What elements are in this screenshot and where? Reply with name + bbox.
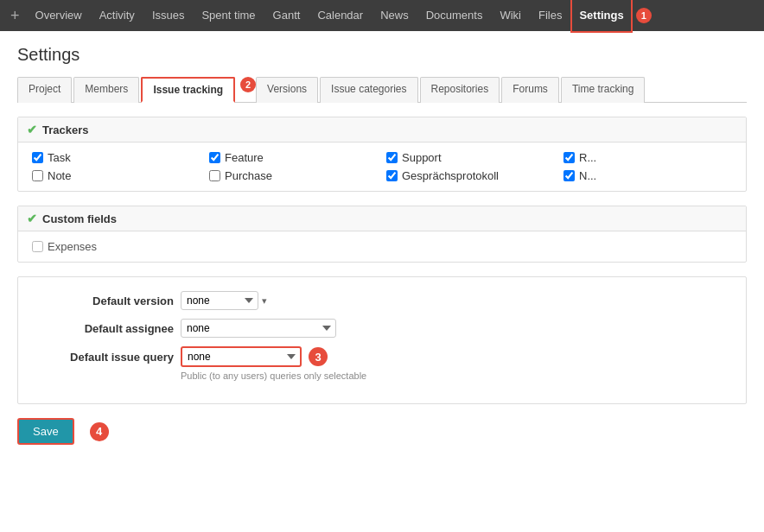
tab-members[interactable]: Members xyxy=(73,77,139,103)
tracker-note: Note xyxy=(32,169,201,182)
nav-files[interactable]: Files xyxy=(530,0,570,31)
tracker-feature-checkbox[interactable] xyxy=(209,152,220,163)
custom-fields-header: ✔ Custom fields xyxy=(18,206,746,231)
trackers-grid: Task Feature Support R... Note xyxy=(32,151,732,182)
tracker-note-checkbox[interactable] xyxy=(32,170,43,181)
save-step-badge: 4 xyxy=(90,422,109,441)
custom-fields-section: ✔ Custom fields Expenses xyxy=(17,206,747,263)
page-title: Settings xyxy=(17,45,747,65)
tab-issue-tracking-badge: 2 xyxy=(240,77,256,92)
tab-issue-categories[interactable]: Issue categories xyxy=(320,77,417,103)
custom-fields-header-label: Custom fields xyxy=(42,212,117,225)
nav-settings[interactable]: Settings xyxy=(570,0,632,33)
tracker-support: Support xyxy=(386,151,555,164)
tracker-support-checkbox[interactable] xyxy=(386,152,398,163)
trackers-check-icon: ✔ xyxy=(27,123,37,136)
tracker-n-label: N... xyxy=(579,169,596,182)
settings-form: Default version none ▾ Default assignee … xyxy=(17,276,747,404)
tab-repositories[interactable]: Repositories xyxy=(420,77,500,103)
nav-wiki[interactable]: Wiki xyxy=(491,0,530,31)
top-navigation: + Overview Activity Issues Spent time Ga… xyxy=(0,0,764,31)
default-issue-query-label: Default issue query xyxy=(35,351,174,364)
nav-overview[interactable]: Overview xyxy=(27,0,91,31)
tracker-feature-label: Feature xyxy=(225,151,264,164)
custom-fields-check-icon: ✔ xyxy=(27,212,37,225)
tab-issue-tracking[interactable]: Issue tracking xyxy=(141,77,235,103)
tracker-task-label: Task xyxy=(48,151,71,164)
tracker-r-label: R... xyxy=(579,151,596,164)
default-version-row: Default version none ▾ xyxy=(35,291,729,310)
nav-issues[interactable]: Issues xyxy=(143,0,194,31)
nav-calendar[interactable]: Calendar xyxy=(309,0,372,31)
tab-time-tracking[interactable]: Time tracking xyxy=(561,77,646,103)
default-version-label: Default version xyxy=(35,294,174,307)
trackers-header-label: Trackers xyxy=(42,124,89,136)
nav-activity[interactable]: Activity xyxy=(91,0,143,31)
trackers-section-body: Task Feature Support R... Note xyxy=(18,142,746,191)
tracker-r-checkbox[interactable] xyxy=(563,152,575,163)
tab-forums[interactable]: Forums xyxy=(501,77,559,103)
tracker-n-checkbox[interactable] xyxy=(563,170,575,181)
settings-tabs: Project Members Issue tracking 2 Version… xyxy=(17,77,747,103)
nav-documents[interactable]: Documents xyxy=(417,0,492,31)
tracker-gesprach-label: Gesprächsprotokoll xyxy=(402,169,499,182)
default-version-arrow: ▾ xyxy=(262,295,267,307)
nav-gantt[interactable]: Gantt xyxy=(264,0,309,31)
settings-badge: 1 xyxy=(636,8,652,23)
default-issue-query-row: Default issue query none 3 xyxy=(35,346,729,367)
custom-field-expenses: Expenses xyxy=(32,240,732,253)
default-assignee-select[interactable]: none xyxy=(181,319,336,338)
tracker-feature: Feature xyxy=(209,151,378,164)
save-button[interactable]: Save xyxy=(17,418,74,445)
tracker-task: Task xyxy=(32,151,201,164)
tracker-gesprach-checkbox[interactable] xyxy=(386,170,398,181)
tracker-purchase-checkbox[interactable] xyxy=(209,170,220,181)
trackers-section-header: ✔ Trackers xyxy=(18,117,746,142)
nav-news[interactable]: News xyxy=(372,0,417,31)
default-assignee-label: Default assignee xyxy=(35,322,174,335)
plus-button[interactable]: + xyxy=(3,0,27,31)
default-assignee-row: Default assignee none xyxy=(35,319,729,338)
tracker-n: N... xyxy=(563,169,732,182)
tracker-note-label: Note xyxy=(48,169,71,182)
tab-versions[interactable]: Versions xyxy=(256,77,318,103)
default-issue-query-select[interactable]: none xyxy=(181,346,302,367)
query-hint: Public (to any users) queries only selec… xyxy=(181,370,729,381)
save-button-row: Save 4 xyxy=(17,418,747,445)
tracker-gesprach: Gesprächsprotokoll xyxy=(386,169,555,182)
tracker-purchase-label: Purchase xyxy=(225,169,272,182)
query-step-badge: 3 xyxy=(309,347,328,366)
trackers-section: ✔ Trackers Task Feature Support xyxy=(17,117,747,192)
tracker-task-checkbox[interactable] xyxy=(32,152,43,163)
expenses-checkbox[interactable] xyxy=(32,241,43,252)
nav-spent-time[interactable]: Spent time xyxy=(193,0,264,31)
page-content: Settings Project Members Issue tracking … xyxy=(0,31,764,459)
tab-project[interactable]: Project xyxy=(17,77,72,103)
expenses-label: Expenses xyxy=(48,240,97,253)
custom-fields-body: Expenses xyxy=(18,231,746,262)
default-version-select[interactable]: none xyxy=(181,291,258,310)
tracker-purchase: Purchase xyxy=(209,169,378,182)
tracker-support-label: Support xyxy=(402,151,442,164)
tracker-r: R... xyxy=(563,151,732,164)
